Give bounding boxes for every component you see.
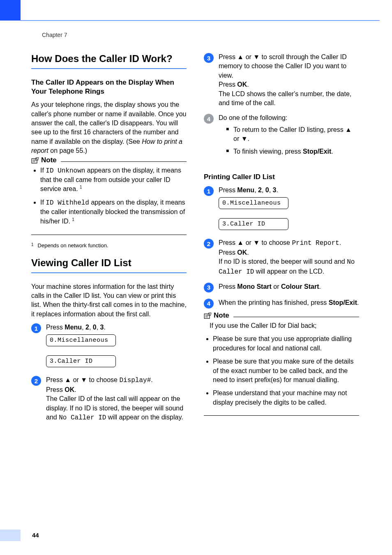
note-icon bbox=[204, 312, 212, 319]
left-column: How Does the Caller ID Work? The Caller … bbox=[31, 53, 187, 428]
rule bbox=[31, 68, 187, 69]
step-badge-3: 3 bbox=[204, 283, 214, 292]
step-badge-2: 2 bbox=[31, 376, 41, 386]
intro-paragraph: As your telephone rings, the display sho… bbox=[31, 100, 187, 155]
viewing-intro: Your machine stores information for the … bbox=[31, 282, 187, 319]
note-item: If ID Unknown appears on the display, it… bbox=[40, 166, 187, 194]
note-intro: If you use the Caller ID for Dial back; bbox=[204, 321, 359, 330]
sub-option: To finish viewing, press Stop/Exit. bbox=[226, 147, 359, 156]
corner-tab bbox=[0, 0, 21, 21]
footer-tab bbox=[0, 530, 21, 541]
lcd-display: 0.Miscellaneous bbox=[219, 197, 288, 209]
note-icon bbox=[31, 157, 39, 164]
heading-how-does-caller-id-work: How Does the Caller ID Work? bbox=[31, 53, 187, 65]
note-item: If ID Withheld appears on the display, i… bbox=[40, 198, 187, 226]
step-1: 1 Press Menu, 2, 0, 3. 0.Miscellaneous 3… bbox=[31, 323, 187, 370]
step-badge-1: 1 bbox=[204, 186, 214, 196]
step-4: 4 Do one of the following: To return to … bbox=[204, 113, 359, 159]
lcd-display: 3.Caller ID bbox=[46, 355, 116, 367]
lcd-display: 0.Miscellaneous bbox=[46, 334, 116, 346]
subhead-caller-id-appears: The Caller ID Appears on the Display Whe… bbox=[31, 78, 187, 96]
print-step-1: 1 Press Menu, 2, 0, 3. 0.Miscellaneous 3… bbox=[204, 186, 359, 233]
note-label: Note bbox=[31, 156, 61, 164]
footnote: 1 Depends on network function. bbox=[31, 242, 187, 249]
right-column: 3 Press ▲ or ▼ to scroll through the Cal… bbox=[204, 53, 359, 428]
rule bbox=[31, 272, 187, 273]
note-item: Please be sure that you make sure of the… bbox=[213, 357, 359, 385]
note-item: Please understand that your machine may … bbox=[213, 389, 359, 407]
note-label: Note bbox=[204, 311, 233, 320]
subhead-printing-caller-id-list: Printing Caller ID List bbox=[204, 173, 359, 182]
heading-viewing-caller-id-list: Viewing Caller ID List bbox=[31, 257, 187, 269]
header-rule bbox=[21, 20, 380, 21]
step-2: 2 Press ▲ or ▼ to choose Display#. Press… bbox=[31, 375, 187, 422]
print-step-3: 3 Press Mono Start or Colour Start. bbox=[204, 282, 359, 292]
note-block-2: Note If you use the Caller ID for Dial b… bbox=[204, 317, 359, 416]
page: Chapter 7 How Does the Caller ID Work? T… bbox=[0, 0, 392, 555]
print-step-4: 4 When the printing has finished, press … bbox=[204, 298, 359, 309]
note-block-1: Note If ID Unknown appears on the displa… bbox=[31, 161, 187, 235]
content-area: How Does the Caller ID Work? The Caller … bbox=[31, 53, 360, 428]
sub-option: To return to the Caller ID listing, pres… bbox=[226, 125, 359, 144]
step-badge-1: 1 bbox=[31, 323, 41, 333]
lcd-display: 3.Caller ID bbox=[219, 218, 288, 230]
step-badge-4: 4 bbox=[204, 114, 214, 124]
note-item: Please be sure that you use appropriate … bbox=[213, 334, 359, 353]
step-badge-3: 3 bbox=[204, 53, 214, 63]
step-badge-2: 2 bbox=[204, 239, 214, 249]
step-3: 3 Press ▲ or ▼ to scroll through the Cal… bbox=[204, 53, 359, 108]
chapter-label: Chapter 7 bbox=[42, 32, 67, 38]
print-step-2: 2 Press ▲ or ▼ to choose Print Report. P… bbox=[204, 238, 359, 276]
step-badge-4: 4 bbox=[204, 299, 214, 309]
page-number: 44 bbox=[32, 532, 39, 539]
